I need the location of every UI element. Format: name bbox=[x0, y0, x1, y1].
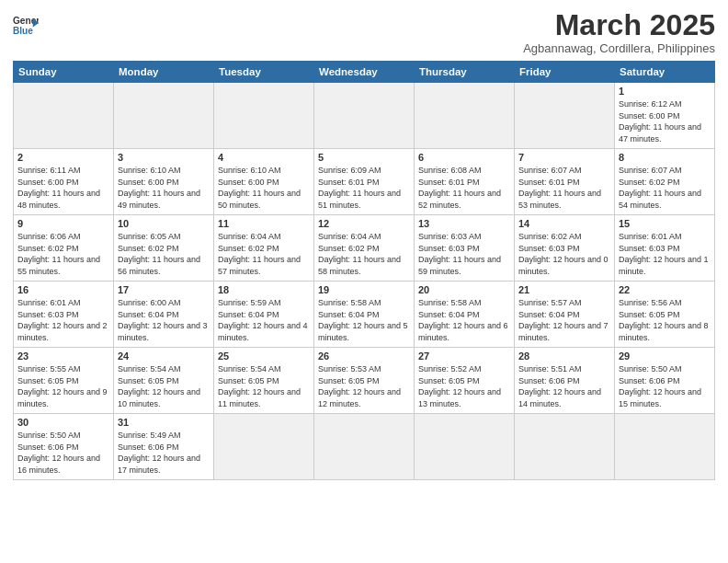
day-info: Sunrise: 5:52 AM Sunset: 6:05 PM Dayligh… bbox=[418, 363, 510, 409]
calendar-cell: 11Sunrise: 6:04 AM Sunset: 6:02 PM Dayli… bbox=[214, 215, 314, 282]
calendar-cell bbox=[515, 414, 615, 480]
day-info: Sunrise: 5:50 AM Sunset: 6:06 PM Dayligh… bbox=[619, 363, 711, 409]
day-number: 15 bbox=[619, 218, 711, 229]
day-number: 17 bbox=[118, 284, 210, 295]
calendar-week-3: 16Sunrise: 6:01 AM Sunset: 6:03 PM Dayli… bbox=[14, 282, 715, 348]
calendar-cell: 12Sunrise: 6:04 AM Sunset: 6:02 PM Dayli… bbox=[314, 215, 415, 282]
calendar-cell: 6Sunrise: 6:08 AM Sunset: 6:01 PM Daylig… bbox=[415, 149, 515, 215]
day-number: 30 bbox=[17, 417, 109, 428]
day-info: Sunrise: 5:50 AM Sunset: 6:06 PM Dayligh… bbox=[17, 430, 109, 476]
day-number: 12 bbox=[318, 218, 410, 229]
calendar-cell: 9Sunrise: 6:06 AM Sunset: 6:02 PM Daylig… bbox=[14, 215, 114, 282]
calendar-cell: 1Sunrise: 6:12 AM Sunset: 6:00 PM Daylig… bbox=[615, 83, 715, 149]
day-number: 5 bbox=[318, 152, 410, 163]
calendar-cell: 7Sunrise: 6:07 AM Sunset: 6:01 PM Daylig… bbox=[515, 149, 615, 215]
calendar-cell bbox=[14, 83, 114, 149]
calendar-cell: 17Sunrise: 6:00 AM Sunset: 6:04 PM Dayli… bbox=[114, 282, 214, 348]
day-info: Sunrise: 6:02 AM Sunset: 6:03 PM Dayligh… bbox=[518, 231, 610, 277]
calendar-cell bbox=[515, 83, 615, 149]
day-info: Sunrise: 6:10 AM Sunset: 6:00 PM Dayligh… bbox=[218, 165, 310, 211]
day-info: Sunrise: 6:04 AM Sunset: 6:02 PM Dayligh… bbox=[318, 231, 410, 277]
subtitle: Agbannawag, Cordillera, Philippines bbox=[523, 41, 715, 55]
day-info: Sunrise: 5:58 AM Sunset: 6:04 PM Dayligh… bbox=[318, 297, 410, 343]
day-info: Sunrise: 6:06 AM Sunset: 6:02 PM Dayligh… bbox=[17, 231, 109, 277]
calendar-cell bbox=[314, 83, 415, 149]
col-friday: Friday bbox=[515, 62, 615, 83]
calendar-cell: 28Sunrise: 5:51 AM Sunset: 6:06 PM Dayli… bbox=[515, 348, 615, 414]
day-info: Sunrise: 6:07 AM Sunset: 6:01 PM Dayligh… bbox=[518, 165, 610, 211]
day-number: 24 bbox=[118, 350, 210, 362]
day-number: 20 bbox=[418, 284, 510, 295]
calendar-week-2: 9Sunrise: 6:06 AM Sunset: 6:02 PM Daylig… bbox=[14, 215, 715, 282]
day-number: 22 bbox=[619, 284, 711, 295]
day-number: 25 bbox=[218, 350, 310, 362]
day-info: Sunrise: 6:05 AM Sunset: 6:02 PM Dayligh… bbox=[118, 231, 210, 277]
day-info: Sunrise: 6:09 AM Sunset: 6:01 PM Dayligh… bbox=[318, 165, 410, 211]
calendar-cell: 27Sunrise: 5:52 AM Sunset: 6:05 PM Dayli… bbox=[415, 348, 515, 414]
month-title: March 2025 bbox=[523, 9, 715, 41]
day-info: Sunrise: 6:03 AM Sunset: 6:03 PM Dayligh… bbox=[418, 231, 510, 277]
day-info: Sunrise: 5:57 AM Sunset: 6:04 PM Dayligh… bbox=[518, 297, 610, 343]
day-info: Sunrise: 5:49 AM Sunset: 6:06 PM Dayligh… bbox=[118, 430, 210, 476]
day-number: 19 bbox=[318, 284, 410, 295]
day-number: 23 bbox=[17, 350, 109, 362]
day-number: 13 bbox=[418, 218, 510, 229]
day-info: Sunrise: 6:01 AM Sunset: 6:03 PM Dayligh… bbox=[619, 231, 711, 277]
day-number: 3 bbox=[118, 152, 210, 163]
day-info: Sunrise: 5:54 AM Sunset: 6:05 PM Dayligh… bbox=[218, 363, 310, 409]
calendar-week-0: 1Sunrise: 6:12 AM Sunset: 6:00 PM Daylig… bbox=[14, 83, 715, 149]
day-info: Sunrise: 5:55 AM Sunset: 6:05 PM Dayligh… bbox=[17, 363, 109, 409]
calendar-cell: 14Sunrise: 6:02 AM Sunset: 6:03 PM Dayli… bbox=[515, 215, 615, 282]
calendar-header-row: Sunday Monday Tuesday Wednesday Thursday… bbox=[14, 62, 715, 83]
day-info: Sunrise: 5:53 AM Sunset: 6:05 PM Dayligh… bbox=[318, 363, 410, 409]
calendar-week-1: 2Sunrise: 6:11 AM Sunset: 6:00 PM Daylig… bbox=[14, 149, 715, 215]
calendar-week-5: 30Sunrise: 5:50 AM Sunset: 6:06 PM Dayli… bbox=[14, 414, 715, 480]
title-area: March 2025 Agbannawag, Cordillera, Phili… bbox=[523, 9, 715, 55]
day-number: 1 bbox=[619, 86, 711, 97]
calendar-cell bbox=[114, 83, 214, 149]
calendar-cell: 8Sunrise: 6:07 AM Sunset: 6:02 PM Daylig… bbox=[615, 149, 715, 215]
calendar-cell: 13Sunrise: 6:03 AM Sunset: 6:03 PM Dayli… bbox=[415, 215, 515, 282]
day-number: 27 bbox=[418, 350, 510, 362]
day-number: 2 bbox=[17, 152, 109, 163]
day-number: 9 bbox=[17, 218, 109, 229]
day-number: 7 bbox=[518, 152, 610, 163]
calendar-cell: 2Sunrise: 6:11 AM Sunset: 6:00 PM Daylig… bbox=[14, 149, 114, 215]
calendar-cell: 5Sunrise: 6:09 AM Sunset: 6:01 PM Daylig… bbox=[314, 149, 415, 215]
calendar-cell: 22Sunrise: 5:56 AM Sunset: 6:05 PM Dayli… bbox=[615, 282, 715, 348]
col-wednesday: Wednesday bbox=[314, 62, 415, 83]
day-number: 16 bbox=[17, 284, 109, 295]
day-number: 6 bbox=[418, 152, 510, 163]
generalblue-logo-icon: General Blue bbox=[13, 13, 39, 39]
day-number: 11 bbox=[218, 218, 310, 229]
day-number: 28 bbox=[518, 350, 610, 362]
day-info: Sunrise: 5:58 AM Sunset: 6:04 PM Dayligh… bbox=[418, 297, 510, 343]
calendar-cell: 18Sunrise: 5:59 AM Sunset: 6:04 PM Dayli… bbox=[214, 282, 314, 348]
calendar-cell: 3Sunrise: 6:10 AM Sunset: 6:00 PM Daylig… bbox=[114, 149, 214, 215]
calendar-cell: 25Sunrise: 5:54 AM Sunset: 6:05 PM Dayli… bbox=[214, 348, 314, 414]
day-info: Sunrise: 6:11 AM Sunset: 6:00 PM Dayligh… bbox=[17, 165, 109, 211]
calendar-cell: 16Sunrise: 6:01 AM Sunset: 6:03 PM Dayli… bbox=[14, 282, 114, 348]
day-number: 10 bbox=[118, 218, 210, 229]
calendar-cell: 19Sunrise: 5:58 AM Sunset: 6:04 PM Dayli… bbox=[314, 282, 415, 348]
col-sunday: Sunday bbox=[14, 62, 114, 83]
calendar-cell: 21Sunrise: 5:57 AM Sunset: 6:04 PM Dayli… bbox=[515, 282, 615, 348]
calendar-cell bbox=[615, 414, 715, 480]
day-number: 21 bbox=[518, 284, 610, 295]
col-thursday: Thursday bbox=[415, 62, 515, 83]
calendar-cell bbox=[214, 83, 314, 149]
page: General Blue March 2025 Agbannawag, Cord… bbox=[0, 0, 728, 563]
day-info: Sunrise: 6:07 AM Sunset: 6:02 PM Dayligh… bbox=[619, 165, 711, 211]
day-info: Sunrise: 5:54 AM Sunset: 6:05 PM Dayligh… bbox=[118, 363, 210, 409]
calendar-cell: 26Sunrise: 5:53 AM Sunset: 6:05 PM Dayli… bbox=[314, 348, 415, 414]
calendar-cell: 4Sunrise: 6:10 AM Sunset: 6:00 PM Daylig… bbox=[214, 149, 314, 215]
calendar-cell: 30Sunrise: 5:50 AM Sunset: 6:06 PM Dayli… bbox=[14, 414, 114, 480]
day-info: Sunrise: 6:01 AM Sunset: 6:03 PM Dayligh… bbox=[17, 297, 109, 343]
calendar-cell: 31Sunrise: 5:49 AM Sunset: 6:06 PM Dayli… bbox=[114, 414, 214, 480]
day-info: Sunrise: 6:00 AM Sunset: 6:04 PM Dayligh… bbox=[118, 297, 210, 343]
day-number: 26 bbox=[318, 350, 410, 362]
calendar-cell: 15Sunrise: 6:01 AM Sunset: 6:03 PM Dayli… bbox=[615, 215, 715, 282]
logo: General Blue bbox=[13, 13, 39, 39]
calendar-cell: 24Sunrise: 5:54 AM Sunset: 6:05 PM Dayli… bbox=[114, 348, 214, 414]
calendar: Sunday Monday Tuesday Wednesday Thursday… bbox=[13, 61, 715, 480]
